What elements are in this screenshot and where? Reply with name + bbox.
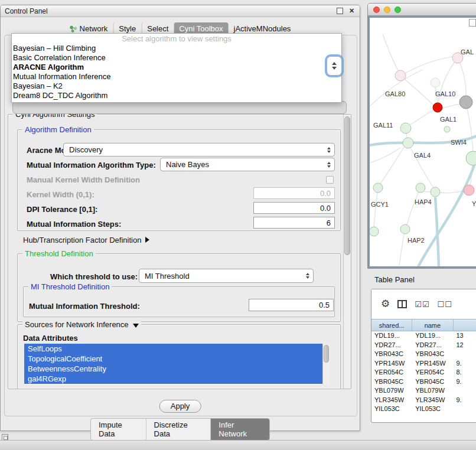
table-cell[interactable]: YPR145W	[412, 359, 453, 369]
deselect-all-checkboxes-icon[interactable]: ☐☐	[438, 300, 452, 309]
table-cell[interactable]: YBR045C	[412, 377, 453, 387]
table-column-header[interactable]	[454, 319, 476, 331]
minimize-traffic-light[interactable]	[384, 6, 390, 13]
settings-scrollbar[interactable]	[343, 115, 351, 389]
zoom-traffic-light[interactable]	[395, 6, 401, 13]
algorithm-option[interactable]: ARACNE Algorithm	[12, 63, 341, 72]
table-cell[interactable]: YIL053C	[371, 405, 412, 414]
network-node[interactable]	[431, 78, 440, 87]
network-canvas-area[interactable]: GAL80GALGAL10GAL11GAL1SWI4GAL4GCY1HAP4HA…	[368, 16, 476, 268]
table-column-header[interactable]: shared...	[371, 319, 412, 331]
table-row[interactable]: YDR27...YDR27...12	[371, 341, 476, 350]
table-cell[interactable]: YER054C	[412, 368, 453, 377]
table-cell[interactable]: YPR145W	[371, 359, 412, 369]
dpi-tolerance-field[interactable]: 0.0	[253, 202, 335, 214]
table-cell[interactable]: YER054C	[371, 368, 412, 377]
close-traffic-light[interactable]	[373, 6, 380, 13]
table-cell[interactable]: YBR043C	[371, 350, 412, 359]
algorithm-combo-stepper[interactable]	[327, 56, 342, 76]
algorithm-option[interactable]: Basic Correlation Inference	[12, 53, 341, 63]
network-node-label: GAL	[461, 48, 474, 56]
attribute-item[interactable]: TopologicalCoefficient	[24, 354, 322, 364]
network-node[interactable]	[466, 151, 476, 165]
table-row[interactable]: YBR045CYBR045C9.	[371, 377, 476, 387]
network-node[interactable]	[373, 183, 383, 193]
kernel-width-field[interactable]: 0.0	[253, 187, 335, 199]
columns-icon[interactable]	[397, 300, 407, 308]
table-cell[interactable]: YIL053C	[412, 405, 453, 414]
hub-definition-expander[interactable]: Hub/Transcription Factor Definition	[23, 236, 149, 245]
table-cell[interactable]: 13	[454, 331, 476, 341]
network-node[interactable]	[431, 187, 440, 197]
bottom-tab-discretize-data[interactable]: Discretize Data	[146, 419, 211, 440]
network-node[interactable]	[459, 96, 472, 109]
bottom-tab-impute-data[interactable]: Impute Data	[91, 419, 146, 440]
mi-type-combo[interactable]: Naive Bayes	[160, 158, 335, 171]
network-node[interactable]	[370, 227, 379, 236]
algorithm-option[interactable]: Bayesian – K2	[12, 81, 341, 91]
gear-icon[interactable]: ⚙	[381, 299, 390, 309]
table-row[interactable]: YBR043CYBR043C	[371, 350, 476, 359]
algorithm-option[interactable]: Mutual Information Inference	[12, 72, 341, 81]
network-node[interactable]	[403, 138, 413, 148]
birdseye-toggle[interactable]	[469, 19, 476, 27]
which-threshold-combo[interactable]: MI Threshold	[139, 269, 314, 283]
table-cell[interactable]: YLR345W	[371, 396, 412, 405]
network-node[interactable]	[444, 126, 450, 132]
table-cell[interactable]: 9.	[454, 396, 476, 405]
algorithm-option[interactable]: Bayesian – Hill Climbing	[12, 44, 341, 53]
manual-kernel-checkbox[interactable]	[326, 176, 334, 184]
table-cell[interactable]: YBR045C	[371, 377, 412, 387]
table-cell[interactable]: YLR345W	[412, 396, 453, 405]
table-column-header[interactable]: name	[412, 319, 453, 331]
table-cell[interactable]: YDR27...	[371, 341, 412, 350]
network-node[interactable]	[395, 70, 406, 81]
table-cell[interactable]: YDL19...	[371, 331, 412, 341]
attribute-item[interactable]: SelfLoops	[24, 344, 322, 354]
mi-steps-field[interactable]: 6	[253, 217, 335, 229]
network-window-titlebar[interactable]	[368, 4, 476, 16]
table-cell[interactable]: YDR27...	[412, 341, 453, 350]
table-cell[interactable]	[454, 350, 476, 359]
network-node[interactable]	[433, 103, 442, 112]
network-canvas[interactable]: GAL80GALGAL10GAL11GAL1SWI4GAL4GCY1HAP4HA…	[370, 18, 476, 268]
table-cell[interactable]: 12	[454, 341, 476, 350]
table-row[interactable]: YPR145WYPR145W9.	[371, 359, 476, 369]
table-row[interactable]: YER054CYER054C8.	[371, 368, 476, 377]
table-row[interactable]: YIL053CYIL053C	[371, 405, 476, 414]
table-cell[interactable]: YBL079W	[412, 386, 453, 396]
float-window-button[interactable]	[337, 8, 343, 14]
select-all-checkboxes-icon[interactable]: ☑☑	[415, 300, 429, 309]
attribute-item[interactable]: BetweennessCentrality	[24, 364, 322, 374]
bottom-tab-infer-network[interactable]: Infer Network	[210, 419, 269, 440]
table-cell[interactable]	[454, 386, 476, 396]
network-node[interactable]	[400, 123, 411, 133]
table-cell[interactable]: YBL079W	[371, 386, 412, 396]
algorithm-combo-remnant[interactable]	[12, 101, 347, 114]
sources-group-title[interactable]: Sources for Network Inference	[22, 320, 141, 329]
table-cell[interactable]: YBR043C	[412, 350, 453, 359]
attributes-scrollbar[interactable]	[322, 344, 330, 384]
attributes-scrollbar-thumb[interactable]	[324, 345, 329, 363]
network-edge	[458, 58, 466, 96]
algorithm-option[interactable]: Dream8 DC_TDC Algorithm	[12, 91, 341, 100]
apply-button[interactable]: Apply	[159, 400, 201, 413]
table-row[interactable]: YBL079WYBL079W	[371, 386, 476, 396]
settings-scrollbar-thumb[interactable]	[344, 116, 350, 255]
close-window-button[interactable]: ✕	[348, 8, 355, 14]
table-cell[interactable]: 9.	[454, 359, 476, 369]
attribute-item[interactable]: gal4RGexp	[24, 374, 322, 384]
network-node-label: SWI4	[451, 139, 467, 146]
control-panel-titlebar[interactable]: Control Panel ✕	[1, 5, 360, 17]
network-node[interactable]	[464, 185, 474, 195]
aracne-mode-combo[interactable]: Discovery	[63, 143, 335, 156]
table-cell[interactable]: YDL19...	[412, 331, 453, 341]
mi-threshold-field[interactable]: 0.5	[249, 299, 334, 311]
table-row[interactable]: YDL19...YDL19...13	[371, 331, 476, 341]
table-cell[interactable]: 8.	[454, 368, 476, 377]
table-cell[interactable]	[454, 405, 476, 414]
network-node[interactable]	[416, 183, 425, 193]
network-node[interactable]	[400, 224, 410, 234]
table-cell[interactable]: 9.	[454, 377, 476, 387]
table-row[interactable]: YLR345WYLR345W9.	[371, 396, 476, 405]
